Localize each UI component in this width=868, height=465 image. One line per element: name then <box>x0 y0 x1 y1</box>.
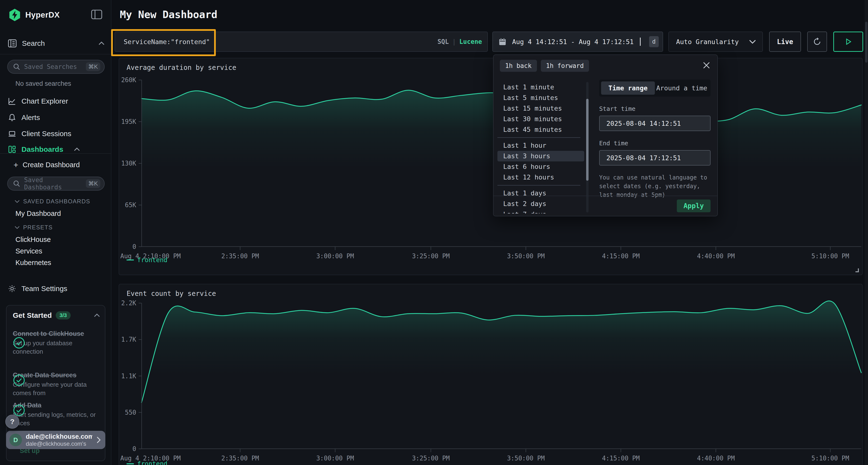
hyperdx-logo-icon <box>8 8 22 22</box>
svg-text:5:10:00 PM: 5:10:00 PM <box>811 455 849 462</box>
quick-range-option[interactable]: Last 15 minutes <box>497 103 584 114</box>
svg-text:3:50:00 PM: 3:50:00 PM <box>507 455 545 462</box>
duration-shortcut-badge: d <box>649 36 659 47</box>
sidebar-item-client-sessions[interactable]: Client Sessions <box>8 128 105 139</box>
search-icon <box>13 63 20 70</box>
line-chart-icon <box>8 97 16 105</box>
close-icon[interactable] <box>702 61 711 70</box>
time-range-value: Aug 4 14:12:51 - Aug 4 17:12:51 <box>512 38 633 45</box>
sidebar-item-search[interactable]: Search <box>8 38 105 49</box>
tab-time-range[interactable]: Time range <box>601 81 655 95</box>
legend-swatch <box>127 463 134 464</box>
lucene-mode-button[interactable]: Lucene <box>459 38 482 45</box>
quick-range-list: Last 1 minuteLast 5 minutesLast 15 minut… <box>497 82 584 213</box>
preset-dashboard-link[interactable]: ClickHouse <box>16 236 51 243</box>
chevron-up-icon <box>74 147 80 151</box>
list-divider <box>497 137 580 138</box>
granularity-select[interactable]: Auto Granularity <box>669 32 763 52</box>
get-started-item[interactable]: Add DataStart sending logs, metrics, or … <box>13 397 100 425</box>
sidebar-divider <box>0 153 111 154</box>
quick-range-option[interactable]: Last 30 minutes <box>497 114 584 124</box>
quick-range-option[interactable]: Last 3 hours <box>497 151 584 161</box>
chart-panel-avg-duration: Average duration by service 260K195K130K… <box>119 58 863 275</box>
run-query-button[interactable] <box>833 32 863 52</box>
create-dashboard-button[interactable]: + Create Dashboard <box>13 160 80 170</box>
get-started-item-desc: Set up your database connection <box>13 339 100 356</box>
quick-range-option[interactable]: Last 12 hours <box>497 172 584 182</box>
sidebar-item-alerts[interactable]: Alerts <box>8 112 105 123</box>
preset-dashboard-link[interactable]: Services <box>16 247 42 255</box>
chart-title: Event count by service <box>127 290 216 298</box>
saved-searches-input[interactable]: Saved Searches ⌘K <box>7 60 105 74</box>
quick-range-option[interactable]: Last 1 minute <box>497 82 584 93</box>
calendar-icon <box>499 38 506 46</box>
chevron-up-icon[interactable] <box>94 313 100 317</box>
sidebar-item-chart-explorer[interactable]: Chart Explorer <box>8 96 105 106</box>
start-time-input[interactable]: 2025-08-04 14:12:51 <box>599 115 711 131</box>
sidebar-item-label: Team Settings <box>22 285 67 293</box>
get-started-item-title: Create Data Sources <box>13 371 100 379</box>
chevron-up-icon <box>98 41 105 45</box>
svg-text:3:00:00 PM: 3:00:00 PM <box>316 455 354 462</box>
granularity-value: Auto Granularity <box>676 38 749 45</box>
saved-dashboards-header[interactable]: SAVED DASHBOARDS <box>14 198 90 205</box>
chart-plot-area[interactable]: 2.2K1.7K1.1K5500Aug 4 2:10:00 PM2:35:00 … <box>142 303 861 449</box>
user-menu[interactable]: D dale@clickhouse.com dale@clickhouse.co… <box>6 431 105 449</box>
avatar: D <box>9 434 22 446</box>
sidebar-item-label: Alerts <box>22 113 40 122</box>
check-circle-icon <box>13 337 25 350</box>
quick-range-option[interactable]: Last 1 hour <box>497 140 584 151</box>
panel-resize-handle[interactable] <box>856 268 859 272</box>
presets-header[interactable]: PRESETS <box>14 224 53 231</box>
sql-mode-button[interactable]: SQL <box>437 38 449 45</box>
chevron-down-icon <box>749 39 756 44</box>
saved-dashboards-input[interactable]: Saved Dashboards ⌘K <box>7 176 105 191</box>
svg-text:1.7K: 1.7K <box>121 336 136 343</box>
svg-text:3:25:00 PM: 3:25:00 PM <box>412 455 450 462</box>
collapse-sidebar-icon[interactable] <box>91 10 102 20</box>
check-circle-icon <box>13 374 25 388</box>
get-started-item[interactable]: Create Data SourcesConfigure where your … <box>13 367 100 394</box>
svg-text:2:35:00 PM: 2:35:00 PM <box>221 253 259 260</box>
refresh-button[interactable] <box>807 32 827 52</box>
search-panel-icon <box>8 39 17 47</box>
quick-range-option[interactable]: Last 6 hours <box>497 161 584 172</box>
svg-text:550: 550 <box>125 409 136 416</box>
preset-dashboard-link[interactable]: Kubernetes <box>16 259 51 267</box>
page-scrollbar-thumb[interactable] <box>865 22 868 63</box>
refresh-icon <box>812 37 822 46</box>
legend-item-frontend[interactable]: frontend <box>127 256 167 264</box>
popup-scrollbar <box>586 82 589 212</box>
svg-text:3:25:00 PM: 3:25:00 PM <box>412 253 450 260</box>
brand[interactable]: HyperDX <box>8 8 60 22</box>
svg-text:2:35:00 PM: 2:35:00 PM <box>221 455 259 462</box>
svg-text:4:40:00 PM: 4:40:00 PM <box>697 253 735 260</box>
svg-text:260K: 260K <box>121 76 136 84</box>
shift-1h-back-button[interactable]: 1h back <box>500 60 537 72</box>
end-time-input[interactable]: 2025-08-04 17:12:51 <box>599 150 711 166</box>
get-started-item[interactable]: Connect to ClickHouseSet up your databas… <box>13 325 100 361</box>
sidebar-item-team-settings[interactable]: Team Settings <box>8 283 105 294</box>
time-range-input[interactable]: Aug 4 14:12:51 - Aug 4 17:12:51 d <box>492 32 663 52</box>
legend-label: frontend <box>137 256 167 264</box>
svg-text:2.2K: 2.2K <box>121 299 136 307</box>
legend-item-frontend[interactable]: frontend <box>127 460 167 465</box>
live-button[interactable]: Live <box>769 32 801 52</box>
tab-around-a-time[interactable]: Around a time <box>655 81 709 95</box>
laptop-icon <box>8 130 16 138</box>
quick-range-option[interactable]: Last 45 minutes <box>497 124 584 135</box>
dashboard-filter-input[interactable]: ServiceName:"frontend" SQL | Lucene <box>115 32 488 52</box>
page-scrollbar[interactable] <box>865 0 868 465</box>
help-button[interactable]: ? <box>5 414 19 429</box>
sidebar-item-label: Dashboards <box>22 145 63 154</box>
end-time-label: End time <box>599 140 711 147</box>
dashboard-link[interactable]: My Dashboard <box>16 210 61 218</box>
popup-scrollbar-thumb[interactable] <box>586 99 589 181</box>
plus-icon: + <box>13 161 18 169</box>
language-separator: | <box>452 38 456 45</box>
svg-text:1.1K: 1.1K <box>121 372 136 380</box>
apply-button[interactable]: Apply <box>677 199 711 212</box>
bell-icon <box>8 113 16 122</box>
quick-range-option[interactable]: Last 5 minutes <box>497 93 584 103</box>
shift-1h-forward-button[interactable]: 1h forward <box>541 60 589 72</box>
